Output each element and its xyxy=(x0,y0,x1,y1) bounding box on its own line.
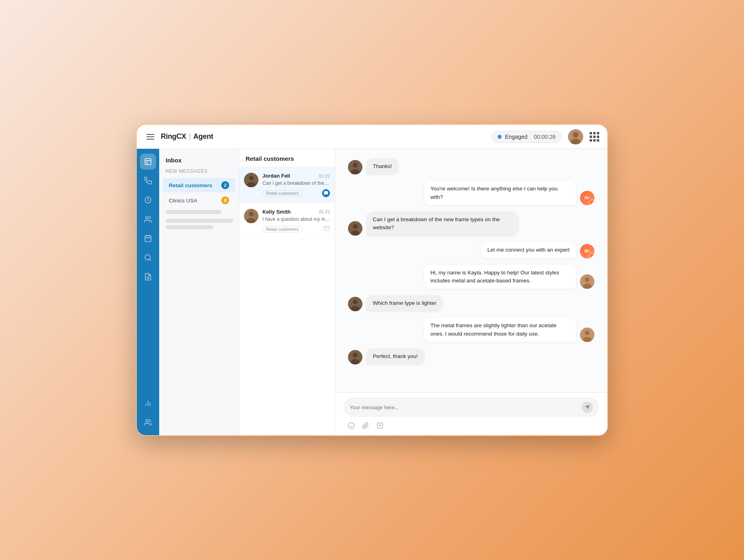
message-bubble-2: You're welcome! Is there anything else I… xyxy=(424,181,576,205)
email-icon-kelly xyxy=(324,225,330,233)
msg-avatar-jordan-2 xyxy=(348,221,362,236)
conv-meta-jordan: Jordan Fell 01:22 Can I get a breakdown … xyxy=(262,173,330,197)
chat-toolbar xyxy=(343,421,599,430)
attachment-button[interactable] xyxy=(361,421,370,430)
skeleton-2 xyxy=(166,219,233,223)
conv-tag-kelly: Retail customers xyxy=(262,226,302,232)
svg-point-38 xyxy=(585,330,590,335)
grid-menu-icon[interactable] xyxy=(590,132,599,142)
status-text: Engaged xyxy=(505,134,527,140)
message-bubble-7: The metal frames are slightly lighter th… xyxy=(424,318,576,342)
conv-name-row-kelly: Kelly Smith 01:22 xyxy=(262,209,330,215)
status-badge[interactable]: Engaged 00:00:26 xyxy=(492,131,562,143)
chat-messages: Thanks! You're welcome! Is there anythin… xyxy=(335,149,607,392)
conv-tags-kelly: Retail customers xyxy=(262,225,330,233)
avatar-kelly xyxy=(244,209,258,223)
chat-input-area xyxy=(335,392,607,435)
sidebar-badge-retail: 2 xyxy=(221,181,229,189)
message-bubble-1: Thanks! xyxy=(366,158,398,174)
sidebar-item-label-retail: Retail customers xyxy=(169,182,212,188)
main-area: Inbox New messages Retail customers 2 Cl… xyxy=(137,149,607,435)
sidebar-item-clinics[interactable]: Clinics USA 8 xyxy=(162,193,236,208)
status-timer: 00:00:26 xyxy=(534,134,556,140)
svg-point-43 xyxy=(348,423,354,429)
nav-item-notes[interactable] xyxy=(140,269,156,285)
nav-item-analytics[interactable] xyxy=(140,395,156,411)
sidebar-item-retail[interactable]: Retail customers 2 xyxy=(162,178,236,192)
chat-input-field[interactable] xyxy=(350,404,578,410)
sidebar-badge-clinics: 8 xyxy=(221,196,229,204)
nav-item-calendar[interactable] xyxy=(140,230,156,246)
conv-tags-jordan: Retail customers xyxy=(262,189,330,197)
conv-list-header: Retail customers xyxy=(239,149,335,167)
svg-point-35 xyxy=(353,300,358,304)
msg-avatar-jordan-4 xyxy=(348,350,362,364)
conv-name-jordan: Jordan Fell xyxy=(262,173,290,179)
svg-point-10 xyxy=(145,255,150,260)
message-row-1: Thanks! xyxy=(348,158,594,174)
message-row-5: Hi, my name is Kayla. Happy to help! Our… xyxy=(348,265,594,289)
conv-preview-kelly: I have a question about my insurance. xyxy=(262,216,330,223)
conv-preview-jordan: Can I get a breakdown of the new frame t… xyxy=(262,180,330,187)
msg-avatar-kayla-2 xyxy=(580,328,594,342)
conversation-list: Retail customers Jordan Fell 01 xyxy=(239,149,335,435)
top-bar-right: Engaged 00:00:26 xyxy=(492,129,599,144)
message-row-8: Perfect, thank you! xyxy=(348,348,594,364)
avatar-jordan xyxy=(244,173,258,187)
status-dot xyxy=(498,135,502,139)
svg-point-1 xyxy=(573,132,578,138)
conv-item-header-jordan: Jordan Fell 01:22 Can I get a breakdown … xyxy=(244,173,330,197)
sidebar-item-label-clinics: Clinics USA xyxy=(169,198,197,204)
message-bubble-4: Let me connect you with an expert xyxy=(481,242,576,258)
msg-avatar-kayla-1 xyxy=(580,274,594,289)
svg-point-19 xyxy=(249,176,254,180)
skeleton-3 xyxy=(166,225,213,229)
svg-point-29 xyxy=(353,224,358,229)
svg-point-32 xyxy=(585,277,590,282)
conversation-item-kelly[interactable]: Kelly Smith 01:22 I have a question abou… xyxy=(239,203,335,239)
left-nav xyxy=(137,149,159,435)
svg-point-5 xyxy=(146,216,148,219)
svg-point-41 xyxy=(353,353,358,358)
sidebar-subtitle: New messages xyxy=(159,168,239,177)
svg-line-11 xyxy=(150,259,151,261)
message-row-7: The metal frames are slightly lighter th… xyxy=(348,318,594,342)
message-row-2: You're welcome! Is there anything else I… xyxy=(348,181,594,205)
svg-point-26 xyxy=(353,163,358,168)
emoji-button[interactable] xyxy=(346,421,356,430)
device-frame: RingCX | Agent Engaged 00:00:26 xyxy=(136,124,608,436)
nav-item-team[interactable] xyxy=(140,414,156,430)
brand-title: RingCX | Agent xyxy=(161,132,213,141)
conv-time-kelly: 01:22 xyxy=(319,209,330,214)
nav-item-inbox[interactable] xyxy=(140,154,156,170)
nav-item-history[interactable] xyxy=(140,192,156,208)
message-row-6: Which frame type is lighter xyxy=(348,295,594,311)
message-bubble-5: Hi, my name is Kayla. Happy to help! Our… xyxy=(424,265,576,289)
nav-item-phone[interactable] xyxy=(140,173,156,189)
message-row-3: Can I get a breakdown of the new frame t… xyxy=(348,212,594,236)
conversation-item-jordan[interactable]: Jordan Fell 01:22 Can I get a breakdown … xyxy=(239,167,335,203)
hamburger-menu[interactable] xyxy=(145,132,156,141)
msg-avatar-jordan-1 xyxy=(348,160,362,174)
ai-badge-1 xyxy=(589,200,594,205)
message-row-4: Let me connect you with an expert AI + xyxy=(348,242,594,258)
ai-badge-2 xyxy=(589,253,594,258)
sidebar: Inbox New messages Retail customers 2 Cl… xyxy=(159,149,239,435)
ai-assist-button[interactable] xyxy=(375,421,385,430)
nav-item-search[interactable] xyxy=(140,250,156,266)
conv-item-header-kelly: Kelly Smith 01:22 I have a question abou… xyxy=(244,209,330,233)
svg-rect-6 xyxy=(145,236,151,242)
msg-avatar-ai-2: AI + xyxy=(580,244,594,258)
svg-point-22 xyxy=(249,212,254,216)
chat-input-box xyxy=(343,398,599,417)
chat-area: Thanks! You're welcome! Is there anythin… xyxy=(335,149,607,435)
send-button[interactable] xyxy=(582,402,593,413)
top-bar: RingCX | Agent Engaged 00:00:26 xyxy=(137,125,607,149)
nav-item-contacts[interactable] xyxy=(140,211,156,227)
svg-rect-3 xyxy=(145,159,151,165)
conv-tag-jordan: Retail customers xyxy=(262,190,302,196)
agent-avatar[interactable] xyxy=(568,129,583,144)
message-bubble-6: Which frame type is lighter xyxy=(366,295,443,311)
conv-name-row-jordan: Jordan Fell 01:22 xyxy=(262,173,330,179)
conv-status-icon-jordan xyxy=(322,189,330,197)
